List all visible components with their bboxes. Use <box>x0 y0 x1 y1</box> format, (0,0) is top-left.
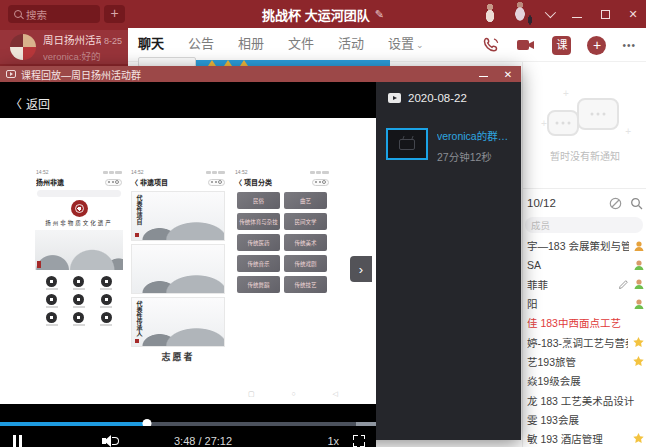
member-row[interactable]: 敏 193 酒店管理 <box>527 429 645 447</box>
search-icon <box>14 10 22 18</box>
back-chevron-icon: 〈 <box>10 95 22 112</box>
carousel-next-icon[interactable]: › <box>350 256 372 282</box>
toolbar-actions: 课 + ••• <box>482 28 636 62</box>
miniapp-icon-grid <box>33 273 125 329</box>
person-avatar-orange <box>633 240 645 252</box>
popup-minimize-button[interactable] <box>479 76 488 77</box>
miniprogram-capsule <box>312 179 329 186</box>
search-placeholder: 搜索 <box>26 7 47 22</box>
volunteer-calligraphy: 志愿者 <box>128 350 228 363</box>
member-row[interactable]: SA <box>527 255 645 274</box>
course-replay-window: 课程回放—周日扬州活动群 ✕ 〈 返回 14:52 扬州非遗 <box>0 66 521 440</box>
mute-all-icon[interactable] <box>609 197 622 210</box>
empty-notifications-illustration: + + + <box>547 96 627 146</box>
replay-video-item[interactable]: veronica的群课堂... 27分钟12秒 <box>386 128 517 164</box>
maximize-button[interactable] <box>598 7 612 21</box>
heritage-banner-text: 扬州非物质文化遗产 <box>33 219 125 227</box>
close-button[interactable]: ✕ <box>626 7 640 21</box>
app-window: 搜索 + 挑战杯 大运河团队 ✎ ✕ 周日扬州活动群 8-25 veronica… <box>0 0 646 447</box>
add-session-button[interactable]: + <box>104 5 125 23</box>
member-row[interactable]: 佳 183中西面点工艺 <box>527 313 645 332</box>
group-toolbar: 聊天 公告 相册 文件 活动 设置⌄ 课 + ••• <box>128 28 646 62</box>
member-count: 10/12 <box>527 197 556 209</box>
session-preview: veronica:好的 <box>43 49 122 63</box>
replay-thumbnail <box>386 128 428 160</box>
session-item-active[interactable]: 周日扬州活动群 8-25 veronica:好的 <box>0 30 128 64</box>
star-icon[interactable] <box>632 355 645 368</box>
video-phone-screen-3: 14:52 〈 项目分类 民俗 曲艺 传统体育与杂技 民间文学 传统医药 传统美… <box>232 168 332 392</box>
video-date-icon <box>388 93 401 103</box>
miniapp-search-bar <box>37 190 121 197</box>
pause-icon[interactable] <box>13 435 22 447</box>
member-row[interactable]: 婷-183-烹调工艺与营养 <box>527 332 645 351</box>
video-frame: 14:52 扬州非遗 扬州非物质文化遗产 <box>0 118 376 404</box>
back-button[interactable]: 〈 返回 <box>10 95 50 112</box>
miniprogram-capsule <box>105 179 122 186</box>
tab-album[interactable]: 相册 <box>238 28 264 62</box>
chevron-down-icon: ⌄ <box>416 40 424 50</box>
replay-date-row: 2020-08-22 <box>388 92 467 104</box>
voice-call-icon[interactable] <box>482 36 500 54</box>
person-avatar-green <box>633 259 645 271</box>
ink-mountain-image <box>35 230 123 270</box>
video-phone-screen-2: 14:52 〈 非遗项目 代表性项目 代表性传承人 志愿者 <box>128 168 228 392</box>
replay-duration: 27分钟12秒 <box>437 149 517 164</box>
pencil-icon[interactable] <box>618 279 629 290</box>
titlebar-decoration <box>468 0 546 28</box>
more-icon[interactable]: ••• <box>622 40 636 51</box>
tab-files[interactable]: 文件 <box>288 28 314 62</box>
session-time: 8-25 <box>104 36 122 46</box>
window-title: 挑战杯 大运河团队 ✎ <box>173 0 473 28</box>
tab-activity[interactable]: 活动 <box>338 28 364 62</box>
member-row[interactable]: 艺193旅管 <box>527 352 645 371</box>
member-row[interactable]: 焱19级会展 <box>527 371 645 390</box>
replay-date: 2020-08-22 <box>408 92 467 104</box>
popup-close-button[interactable]: ✕ <box>501 69 515 80</box>
plus-icon[interactable]: + <box>587 36 606 55</box>
member-row[interactable]: 龙 183 工艺美术品设计 <box>527 390 645 409</box>
playback-speed[interactable]: 1x <box>327 435 339 447</box>
member-row[interactable]: 宇—183 会展策划与管理 <box>527 236 645 255</box>
miniprogram-capsule <box>208 179 225 186</box>
category-grid: 民俗 曲艺 传统体育与杂技 民间文学 传统医药 传统美术 传统音乐 传统戏剧 传… <box>232 188 332 297</box>
member-search-input[interactable]: 成员 <box>525 217 643 233</box>
fullscreen-icon[interactable] <box>353 435 365 447</box>
window-controls: ✕ <box>542 0 640 28</box>
member-count-row: 10/12 <box>527 194 643 212</box>
video-phone-screen-1: 14:52 扬州非遗 扬州非物质文化遗产 <box>33 168 125 392</box>
video-call-icon[interactable] <box>516 37 536 53</box>
session-name: 周日扬州活动群 <box>43 32 101 47</box>
member-row[interactable]: 雯 193会展 <box>527 410 645 429</box>
group-side-panel: + + + 暂时没有新通知 10/12 成员 宇—183 会展策划与管理 <box>522 62 646 447</box>
tab-settings[interactable]: 设置⌄ <box>388 28 424 62</box>
popup-title: 课程回放—周日扬州活动群 <box>21 67 474 82</box>
member-search-icon[interactable] <box>630 197 643 210</box>
member-row[interactable]: 菲菲 <box>527 275 645 294</box>
video-player[interactable]: 〈 返回 14:52 扬州非遗 扬州非物质文化遗产 <box>0 82 376 440</box>
course-icon[interactable]: 课 <box>552 36 571 55</box>
person-avatar-green <box>633 278 645 290</box>
player-time: 3:48 / 27:12 <box>174 435 232 447</box>
replay-title: veronica的群课堂... <box>437 128 517 143</box>
volume-icon[interactable] <box>102 435 116 447</box>
empty-notifications-text: 暂时没有新通知 <box>523 148 646 163</box>
star-icon[interactable] <box>632 336 645 349</box>
search-input[interactable]: 搜索 <box>8 5 100 23</box>
group-avatar <box>10 34 36 60</box>
minimize-button[interactable] <box>570 7 584 21</box>
replay-list-panel: 2020-08-22 veronica的群课堂... 27分钟12秒 <box>376 82 521 440</box>
person-avatar-green <box>633 298 645 310</box>
edit-title-icon[interactable]: ✎ <box>375 8 384 21</box>
collapse-chevron-icon[interactable] <box>542 7 556 21</box>
member-list: 宇—183 会展策划与管理 SA 菲菲 <box>527 236 645 447</box>
star-icon[interactable] <box>632 432 645 445</box>
heritage-card <box>131 244 225 294</box>
phone-nav-buttons: ▢ ○ ◁ <box>248 390 338 398</box>
player-controls: 3:48 / 27:12 1x <box>0 426 376 447</box>
heritage-card: 代表性项目 <box>131 191 225 241</box>
main-titlebar: 搜索 + 挑战杯 大运河团队 ✎ ✕ <box>0 0 646 28</box>
tv-icon <box>399 139 415 150</box>
popup-titlebar: 课程回放—周日扬州活动群 ✕ <box>0 66 521 82</box>
replay-icon <box>6 70 16 78</box>
member-row[interactable]: 阳 <box>527 294 645 313</box>
